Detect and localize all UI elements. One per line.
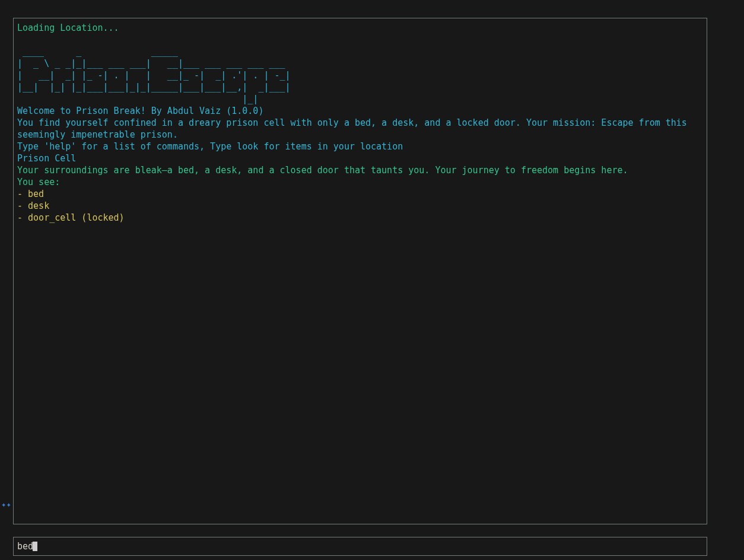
intro-text: You find yourself confined in a dreary p…	[17, 117, 703, 141]
blank	[17, 34, 703, 46]
item-line: - door_cell (locked)	[17, 212, 703, 224]
location-description: Your surroundings are bleak—a bed, a des…	[17, 164, 703, 176]
status-line: Loading Location...	[17, 22, 703, 34]
terminal-output: Loading Location... ____ _ _____ | _ \ _…	[13, 18, 707, 524]
item-line: - bed	[17, 188, 703, 200]
command-input-frame[interactable]: bed	[13, 537, 707, 556]
text-cursor	[33, 542, 37, 551]
items-header: You see:	[17, 176, 703, 188]
sparkle-icon: ✦✦	[1, 498, 11, 510]
help-hint: Type 'help' for a list of commands, Type…	[17, 141, 703, 152]
ascii-banner: ____ _ _____ | _ \ _ _|_|___ ___ ___| __…	[17, 46, 703, 105]
location-name: Prison Cell	[17, 152, 703, 164]
welcome-line: Welcome to Prison Break! By Abdul Vaiz (…	[17, 105, 703, 117]
command-input-text[interactable]: bed	[17, 540, 33, 552]
item-line: - desk	[17, 200, 703, 212]
